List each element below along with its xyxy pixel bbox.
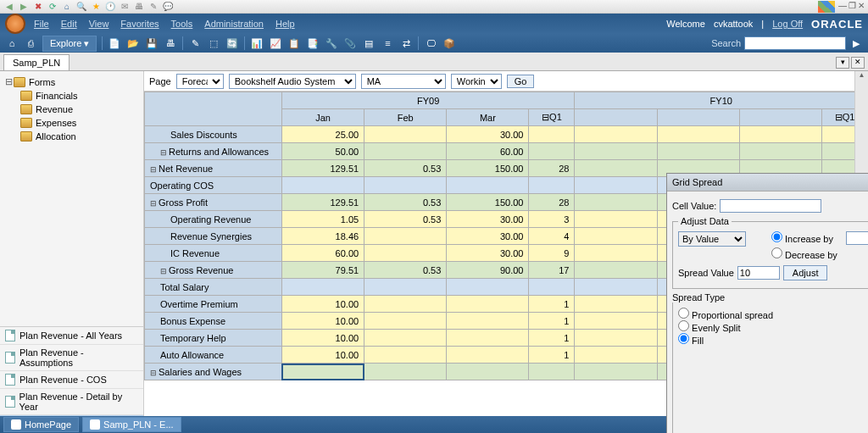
minimize-button[interactable]: —: [838, 1, 847, 13]
grid-cell[interactable]: [281, 177, 364, 194]
home-icon[interactable]: ⌂: [5, 36, 19, 50]
grid-cell[interactable]: [575, 177, 657, 194]
grid-cell[interactable]: [447, 364, 529, 380]
search-go-icon[interactable]: ▶: [849, 36, 863, 50]
grid-cell[interactable]: [575, 330, 657, 347]
history-icon[interactable]: 🕐: [104, 1, 116, 13]
grid-cell[interactable]: 30.00: [447, 211, 529, 228]
grid-cell[interactable]: 4: [529, 228, 575, 245]
grid-cell[interactable]: 129.51: [281, 194, 364, 211]
grid-cell[interactable]: [575, 126, 657, 143]
explore-button[interactable]: Explore ▾: [42, 36, 97, 52]
grid-cell[interactable]: 60.00: [447, 143, 529, 160]
grid-cell[interactable]: [364, 347, 447, 364]
grid-cell[interactable]: 30.00: [447, 126, 529, 143]
decrease-radio[interactable]: Decrease by: [771, 247, 837, 260]
tree-node-expenses[interactable]: Expenses: [20, 116, 140, 130]
shortcut-assumptions[interactable]: Plan Revenue - Assumptions: [0, 345, 143, 371]
row-header[interactable]: Temporary Help: [145, 330, 282, 347]
row-header[interactable]: ⊟Gross Revenue: [145, 262, 282, 279]
grid-cell[interactable]: 60.00: [281, 245, 364, 262]
grid-cell[interactable]: [657, 143, 739, 160]
grid-cell[interactable]: [364, 364, 447, 380]
tool-icon[interactable]: 📎: [343, 36, 357, 50]
grid-cell[interactable]: [364, 279, 447, 296]
tool-icon[interactable]: 📊: [250, 36, 264, 50]
tool-icon[interactable]: 📑: [306, 36, 320, 50]
maximize-button[interactable]: ❐: [849, 1, 856, 13]
grid-cell[interactable]: [447, 313, 529, 330]
menu-help[interactable]: Help: [275, 19, 295, 29]
task-samp-pln[interactable]: Samp_PLN - E...: [82, 417, 181, 432]
tool-icon[interactable]: 📋: [287, 36, 301, 50]
shortcut-cos[interactable]: Plan Revenue - COS: [0, 371, 143, 389]
grid-cell[interactable]: [739, 143, 821, 160]
row-header[interactable]: ⊟Returns and Allowances: [145, 143, 282, 160]
menu-file[interactable]: File: [34, 19, 49, 29]
tool-icon[interactable]: 🔧: [325, 36, 338, 50]
tab-close-icon[interactable]: ✕: [851, 57, 865, 69]
grid-cell[interactable]: [447, 296, 529, 313]
new-icon[interactable]: 📄: [108, 36, 121, 50]
shortcut-detail[interactable]: Plan Revenue - Detail by Year: [0, 389, 143, 415]
back-icon[interactable]: ◀: [3, 1, 15, 13]
home-icon[interactable]: ⌂: [61, 1, 73, 13]
grid-cell[interactable]: [575, 262, 657, 279]
grid-cell[interactable]: [575, 160, 657, 177]
grid-cell[interactable]: 9: [529, 245, 575, 262]
tool-icon[interactable]: ▤: [362, 36, 376, 50]
fill-radio[interactable]: Fill: [678, 336, 704, 346]
proportional-radio[interactable]: Proportional spread: [678, 310, 773, 320]
grid-cell[interactable]: [575, 194, 657, 211]
grid-cell[interactable]: 1.05: [281, 211, 364, 228]
grid-cell[interactable]: 10.00: [281, 347, 364, 364]
collapse-icon[interactable]: ⊟: [150, 165, 157, 174]
col-mar-10[interactable]: [739, 109, 821, 126]
col-fy09[interactable]: FY09: [281, 92, 575, 109]
tool-icon[interactable]: 📦: [442, 36, 456, 50]
grid-cell[interactable]: [575, 245, 657, 262]
grid-cell[interactable]: 10.00: [281, 296, 364, 313]
grid-cell[interactable]: 17: [529, 262, 575, 279]
tool-icon[interactable]: 📈: [269, 36, 282, 50]
menu-view[interactable]: View: [89, 19, 109, 29]
grid-cell[interactable]: 1: [529, 330, 575, 347]
grid-cell[interactable]: 3: [529, 211, 575, 228]
tab-dropdown-icon[interactable]: ▾: [836, 57, 849, 69]
adjust-button[interactable]: Adjust: [783, 265, 828, 280]
row-header[interactable]: Sales Discounts: [145, 126, 282, 143]
grid-cell[interactable]: [739, 126, 821, 143]
grid-cell[interactable]: [529, 126, 575, 143]
row-header[interactable]: Overtime Premium: [145, 296, 282, 313]
grid-cell[interactable]: [575, 313, 657, 330]
tool-icon[interactable]: 🖵: [424, 36, 437, 50]
grid-cell[interactable]: [364, 126, 447, 143]
grid-cell[interactable]: [529, 143, 575, 160]
task-homepage[interactable]: HomePage: [3, 417, 79, 432]
open-icon[interactable]: 📂: [126, 36, 140, 50]
grid-cell[interactable]: [281, 364, 364, 380]
grid-cell[interactable]: [657, 126, 739, 143]
col-feb[interactable]: Feb: [364, 109, 447, 126]
row-header[interactable]: Bonus Expense: [145, 313, 282, 330]
stop-icon[interactable]: ✖: [32, 1, 44, 13]
collapse-icon[interactable]: ⊟: [160, 148, 167, 157]
grid-cell[interactable]: 25.00: [281, 126, 364, 143]
grid-cell[interactable]: 30.00: [447, 245, 529, 262]
tool-icon[interactable]: ≡: [381, 36, 394, 50]
grid-cell[interactable]: [447, 347, 529, 364]
increase-value-input[interactable]: [846, 231, 868, 245]
edit-icon[interactable]: ✎: [147, 1, 159, 13]
by-value-select[interactable]: By Value: [678, 231, 746, 247]
col-fy10[interactable]: FY10: [575, 92, 868, 109]
refresh-icon[interactable]: ⟳: [47, 1, 58, 13]
search-input[interactable]: [744, 36, 846, 50]
grid-cell[interactable]: [529, 177, 575, 194]
tree-node-allocation[interactable]: Allocation: [20, 130, 140, 143]
grid-cell[interactable]: [364, 228, 447, 245]
col-jan[interactable]: Jan: [281, 109, 364, 126]
logoff-link[interactable]: Log Off: [772, 19, 803, 29]
grid-cell[interactable]: 0.53: [364, 262, 447, 279]
collapse-icon[interactable]: ⊟: [150, 199, 157, 208]
dialog-titlebar[interactable]: Grid Spread ✕: [667, 174, 868, 192]
